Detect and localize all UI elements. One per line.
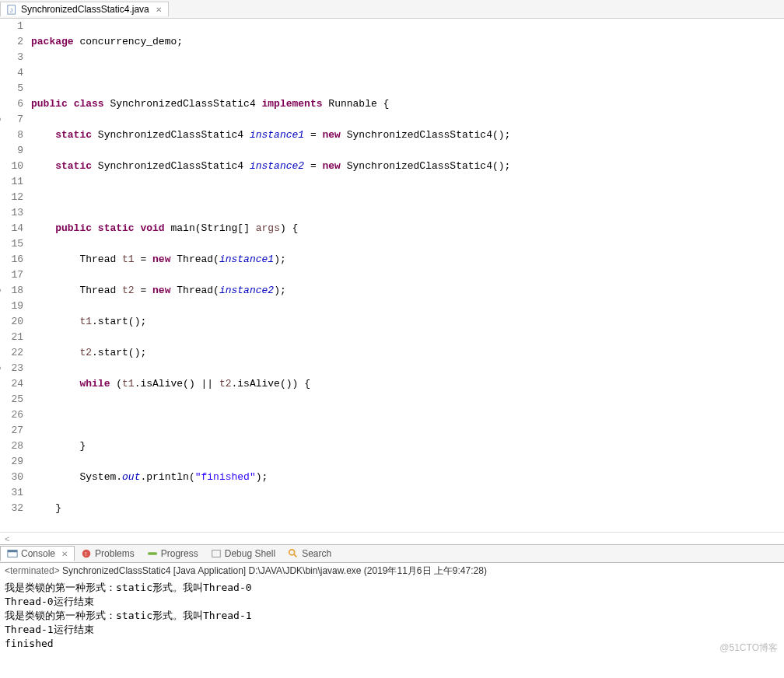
close-icon[interactable]: ✕ xyxy=(156,5,162,14)
tab-progress[interactable]: Progress xyxy=(141,547,205,561)
svg-rect-7 xyxy=(212,550,221,557)
line-number-gutter: 1234567⊖89101112131415161718⊖19▲20212223… xyxy=(0,19,28,532)
tab-debug-shell[interactable]: Debug Shell xyxy=(205,547,282,561)
problems-icon: ! xyxy=(81,548,92,559)
editor-tab-title: SynchronizedClassStatic4.java xyxy=(21,4,149,15)
svg-text:J: J xyxy=(10,7,13,14)
console-status: <terminated> SynchronizedClassStatic4 [J… xyxy=(0,563,784,579)
svg-rect-3 xyxy=(8,550,17,553)
svg-text:!: ! xyxy=(85,551,86,557)
editor-area: 1234567⊖89101112131415161718⊖19▲20212223… xyxy=(0,19,784,532)
debug-shell-icon xyxy=(211,548,222,559)
tab-search[interactable]: Search xyxy=(282,547,338,561)
editor-tabs: J SynchronizedClassStatic4.java ✕ xyxy=(0,0,784,19)
horizontal-scrollbar[interactable]: < xyxy=(0,532,784,544)
svg-rect-6 xyxy=(148,552,157,555)
code-area[interactable]: package concurrency_demo; public class S… xyxy=(28,19,784,532)
svg-line-9 xyxy=(294,554,297,557)
console-icon xyxy=(7,548,18,559)
watermark: @51CTO博客 xyxy=(0,641,784,655)
search-icon xyxy=(288,548,299,559)
close-icon[interactable]: ✕ xyxy=(61,550,68,558)
views-tabbar: Console ✕ ! Problems Progress Debug Shel… xyxy=(0,544,784,563)
editor-tab[interactable]: J SynchronizedClassStatic4.java ✕ xyxy=(0,2,169,16)
tab-console[interactable]: Console ✕ xyxy=(0,546,75,561)
tab-problems[interactable]: ! Problems xyxy=(75,547,141,561)
svg-point-8 xyxy=(289,550,295,555)
progress-icon xyxy=(147,548,158,559)
java-file-icon: J xyxy=(7,4,18,15)
